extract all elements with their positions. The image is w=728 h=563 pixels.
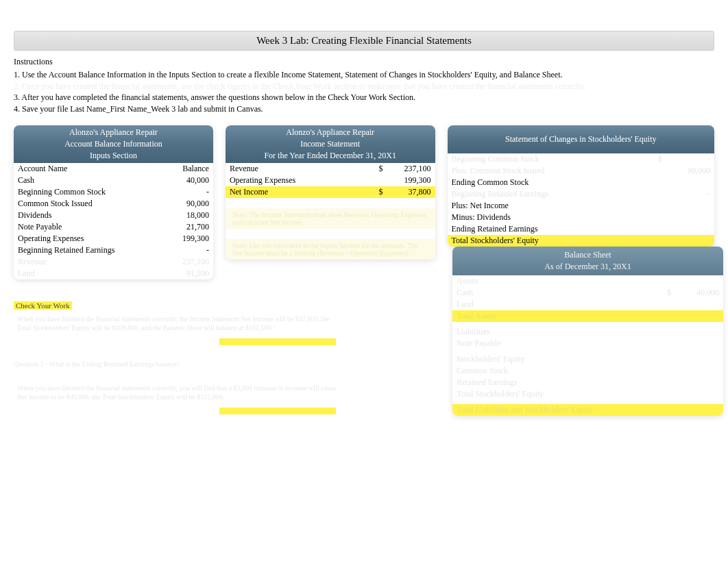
income-header-l2: Income Statement — [226, 138, 435, 150]
income-table: Revenue $ 237,100 Operating Expenses 199… — [226, 163, 435, 260]
check-q2: Question 1 - What is the Ending Retained… — [14, 360, 343, 368]
instruction-2-faded: 2. Once you have created the financial s… — [14, 81, 714, 92]
equity-header: Statement of Changes in Stockholders' Eq… — [448, 125, 714, 153]
income-panel: Alonzo's Appliance Repair Income Stateme… — [226, 125, 435, 260]
equity-table: Beginning Common Stock$- Plus: Common St… — [448, 153, 714, 247]
table-row: Common Stock Issued90,000 — [14, 198, 213, 210]
check-q1: When you have finished the financial sta… — [14, 311, 343, 336]
table-row-faded: Plus: Common Stock Issued90,000 — [448, 165, 714, 177]
income-header-l1: Alonzo's Appliance Repair — [226, 127, 435, 138]
table-row-faded: Land91,500 — [14, 268, 213, 279]
table-row: Note Payable21,700 — [14, 221, 213, 233]
table-row: Beginning Common Stock- — [14, 186, 213, 198]
table-row: Cash40,000 — [14, 175, 213, 186]
col-balance: Balance — [165, 163, 213, 175]
table-row: Plus: Net Income — [448, 200, 714, 212]
table-row: Operating Expenses199,300 — [14, 233, 213, 245]
balance-header: Balance Sheet As of December 31, 20X1 — [452, 247, 723, 275]
equity-panel: Statement of Changes in Stockholders' Eq… — [448, 125, 714, 247]
table-row: Revenue $ 237,100 — [226, 163, 435, 175]
table-row: Ending Retained Earnings — [448, 223, 714, 235]
instructions-heading: Instructions — [14, 56, 714, 68]
instructions-block: Instructions 1. Use the Account Balance … — [14, 56, 714, 115]
inputs-header-l3: Inputs Section — [14, 150, 213, 162]
table-row: Dividends18,000 — [14, 210, 213, 221]
inputs-panel: Alonzo's Appliance Repair Account Balanc… — [14, 125, 213, 279]
netincome-label: Net Income — [226, 186, 374, 198]
col-account-name: Account Name — [14, 163, 165, 175]
check-heading: Check Your Work — [14, 301, 72, 310]
table-row-faded: Beginning Common Stock$- — [448, 153, 714, 165]
balance-header-l2: As of December 31, 20X1 — [452, 261, 723, 273]
check-work-block: Check Your Work When you have finished t… — [14, 300, 343, 414]
answer-highlight-1 — [219, 338, 336, 345]
balance-table: Assets Cash$40,000 Land Total Assets Lia… — [452, 275, 723, 416]
income-header: Alonzo's Appliance Repair Income Stateme… — [226, 125, 435, 163]
equity-header-l1: Statement of Changes in Stockholders' Eq… — [448, 134, 714, 145]
inputs-header-l1: Alonzo's Appliance Repair — [14, 127, 213, 138]
instruction-4: 4. Save your file Last Name_First Name_W… — [14, 103, 714, 115]
revenue-label: Revenue — [226, 163, 374, 175]
answer-highlight-2 — [219, 408, 336, 414]
page-title: Week 3 Lab: Creating Flexible Financial … — [14, 31, 714, 51]
balance-header-l1: Balance Sheet — [452, 249, 723, 261]
income-header-l3: For the Year Ended December 31, 20X1 — [226, 150, 435, 162]
table-row-faded: Beginning Retained Earnings- — [448, 188, 714, 200]
total-equity-row: Total Stockholders' Equity — [448, 235, 714, 247]
inputs-header-l2: Account Balance Information — [14, 138, 213, 150]
instruction-1: 1. Use the Account Balance Information i… — [14, 69, 714, 81]
table-row: Beginning Retained Earnings- — [14, 245, 213, 256]
inputs-table: Account Name Balance Cash40,000 Beginnin… — [14, 163, 213, 279]
table-row-faded: Revenue237,100 — [14, 256, 213, 268]
table-row: Ending Common Stock — [448, 177, 714, 188]
instruction-3: 3. After you have completed the financia… — [14, 92, 714, 103]
inputs-header: Alonzo's Appliance Repair Account Balanc… — [14, 125, 213, 163]
check-q3: When you have finished the financial sta… — [14, 380, 343, 405]
table-row: Minus: Dividends — [448, 212, 714, 223]
opexp-label: Operating Expenses — [226, 175, 374, 186]
table-row: Operating Expenses 199,300 — [226, 175, 435, 186]
balance-sheet-block: Balance Sheet As of December 31, 20X1 As… — [452, 247, 723, 416]
net-income-row: Net Income $ 37,800 — [226, 186, 435, 198]
